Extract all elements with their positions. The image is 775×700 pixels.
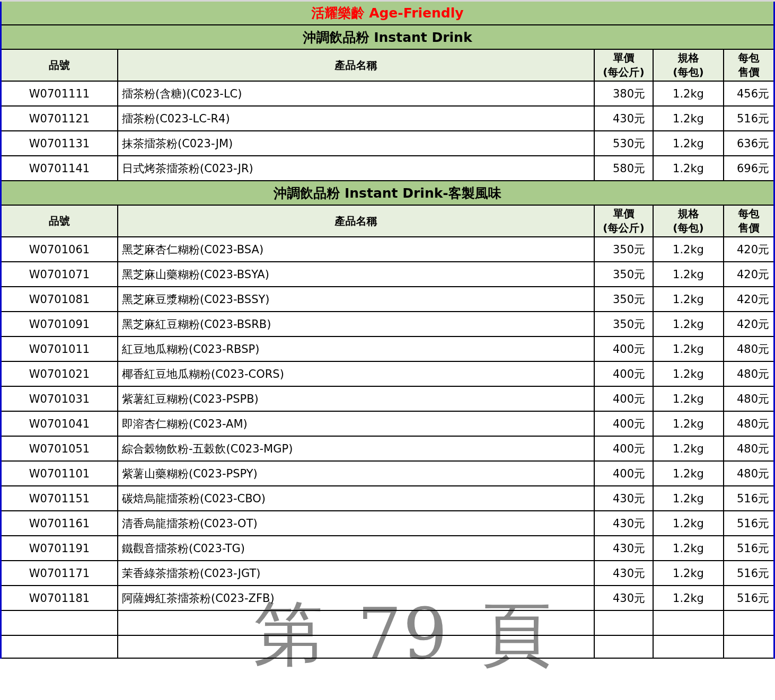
table-row: W0701101 紫薯山藥糊粉(C023-PSPY) 400元 1.2kg 48… — [2, 461, 773, 486]
spec-cell: 1.2kg — [653, 156, 724, 181]
table-row: W0701161 清香烏龍擂茶粉(C023-OT) 430元 1.2kg 516… — [2, 511, 773, 536]
spec-cell: 1.2kg — [653, 561, 724, 586]
product-name-cell: 茉香綠茶擂茶粉(C023-JGT) — [118, 561, 594, 586]
empty-rows — [2, 610, 773, 658]
pack-price-cell: 420元 — [724, 287, 773, 312]
product-name-cell: 黑芝麻紅豆糊粉(C023-BSRB) — [118, 312, 594, 336]
unit-price-cell — [594, 635, 653, 658]
product-name-cell — [118, 635, 594, 658]
spec-cell: 1.2kg — [653, 336, 724, 361]
item-no-header: 品號 — [2, 49, 118, 81]
item-no-cell: W0701181 — [2, 586, 118, 610]
spec-cell: 1.2kg — [653, 536, 724, 561]
product-name-cell: 紫薯紅豆糊粉(C023-PSPB) — [118, 386, 594, 411]
table-row: W0701031 紫薯紅豆糊粉(C023-PSPB) 400元 1.2kg 48… — [2, 386, 773, 411]
table-row: W0701131 抹茶擂茶粉(C023-JM) 530元 1.2kg 636元 — [2, 131, 773, 156]
pack-price-header-line1: 每包 — [724, 51, 773, 65]
pack-price-cell: 480元 — [724, 411, 773, 436]
pack-price-header: 每包 售價 — [724, 49, 773, 81]
unit-price-cell: 430元 — [594, 486, 653, 511]
spec-header: 規格 (每包) — [653, 49, 724, 81]
item-no-cell: W0701141 — [2, 156, 118, 181]
unit-price-cell — [594, 610, 653, 635]
column-header-row-2: 品號 產品名稱 單價 (每公斤) 規格 (每包) 每包 售價 — [2, 205, 773, 237]
unit-price-header: 單價 (每公斤) — [594, 205, 653, 237]
product-name-header: 產品名稱 — [118, 205, 594, 237]
unit-price-cell: 350元 — [594, 237, 653, 262]
table-row: W0701011 紅豆地瓜糊粉(C023-RBSP) 400元 1.2kg 48… — [2, 336, 773, 361]
item-no-cell: W0701111 — [2, 81, 118, 106]
unit-price-cell: 400元 — [594, 361, 653, 386]
spec-cell: 1.2kg — [653, 237, 724, 262]
product-name-cell: 擂茶粉(含糖)(C023-LC) — [118, 81, 594, 106]
section2-header-block: 沖調飲品粉 Instant Drink-客製風味 品號 產品名稱 單價 (每公斤… — [2, 181, 773, 237]
pack-price-cell: 456元 — [724, 81, 773, 106]
item-no-cell: W0701091 — [2, 312, 118, 336]
pack-price-cell: 516元 — [724, 486, 773, 511]
spec-cell: 1.2kg — [653, 586, 724, 610]
pack-price-cell: 480元 — [724, 386, 773, 411]
pack-price-header-line2: 售價 — [724, 65, 773, 79]
page-title: 活耀樂齡 Age-Friendly — [2, 2, 773, 25]
pack-price-cell: 480元 — [724, 461, 773, 486]
unit-price-cell: 400元 — [594, 336, 653, 361]
table-row: W0701191 鐵觀音擂茶粉(C023-TG) 430元 1.2kg 516元 — [2, 536, 773, 561]
spec-header: 規格 (每包) — [653, 205, 724, 237]
item-no-cell: W0701191 — [2, 536, 118, 561]
spec-cell: 1.2kg — [653, 436, 724, 461]
table-row: W0701061 黑芝麻杏仁糊粉(C023-BSA) 350元 1.2kg 42… — [2, 237, 773, 262]
product-name-cell: 鐵觀音擂茶粉(C023-TG) — [118, 536, 594, 561]
section-title-1: 沖調飲品粉 Instant Drink — [2, 25, 773, 49]
unit-price-cell: 350元 — [594, 262, 653, 287]
table-row: W0701111 擂茶粉(含糖)(C023-LC) 380元 1.2kg 456… — [2, 81, 773, 106]
product-name-cell — [118, 610, 594, 635]
pack-price-cell — [724, 635, 773, 658]
unit-price-cell: 580元 — [594, 156, 653, 181]
product-name-cell: 黑芝麻杏仁糊粉(C023-BSA) — [118, 237, 594, 262]
pack-price-cell: 516元 — [724, 106, 773, 131]
spec-cell: 1.2kg — [653, 312, 724, 336]
spec-cell: 1.2kg — [653, 106, 724, 131]
pack-price-cell: 696元 — [724, 156, 773, 181]
item-no-cell: W0701161 — [2, 511, 118, 536]
section-title-row-2: 沖調飲品粉 Instant Drink-客製風味 — [2, 181, 773, 205]
item-no-cell: W0701081 — [2, 287, 118, 312]
unit-price-cell: 430元 — [594, 106, 653, 131]
table-row: W0701181 阿薩姆紅茶擂茶粉(C023-ZFB) 430元 1.2kg 5… — [2, 586, 773, 610]
table-frame: 活耀樂齡 Age-Friendly 沖調飲品粉 Instant Drink 品號… — [0, 2, 775, 659]
table-row: W0701121 擂茶粉(C023-LC-R4) 430元 1.2kg 516元 — [2, 106, 773, 131]
pack-price-cell: 480元 — [724, 361, 773, 386]
table-row: W0701051 綜合穀物飲粉-五穀飲(C023-MGP) 400元 1.2kg… — [2, 436, 773, 461]
pack-price-cell — [724, 610, 773, 635]
unit-price-cell: 430元 — [594, 536, 653, 561]
spec-cell — [653, 635, 724, 658]
price-list-page: 活耀樂齡 Age-Friendly 沖調飲品粉 Instant Drink 品號… — [0, 0, 775, 700]
empty-row — [2, 610, 773, 635]
spec-cell: 1.2kg — [653, 461, 724, 486]
product-name-header: 產品名稱 — [118, 49, 594, 81]
unit-price-cell: 380元 — [594, 81, 653, 106]
unit-price-cell: 400元 — [594, 411, 653, 436]
pack-price-header-line1: 每包 — [724, 207, 773, 221]
item-no-cell: W0701061 — [2, 237, 118, 262]
product-name-cell: 黑芝麻豆漿糊粉(C023-BSSY) — [118, 287, 594, 312]
product-name-cell: 綜合穀物飲粉-五穀飲(C023-MGP) — [118, 436, 594, 461]
pack-price-cell: 420元 — [724, 262, 773, 287]
pack-price-cell: 480元 — [724, 336, 773, 361]
item-no-cell: W0701041 — [2, 411, 118, 436]
spec-header-line2: (每包) — [654, 221, 723, 235]
spec-cell: 1.2kg — [653, 361, 724, 386]
spec-header-line1: 規格 — [654, 51, 723, 65]
product-name-cell: 碳焙烏龍擂茶粉(C023-CBO) — [118, 486, 594, 511]
unit-price-cell: 400元 — [594, 436, 653, 461]
unit-price-cell: 430元 — [594, 511, 653, 536]
unit-price-cell: 430元 — [594, 586, 653, 610]
unit-price-cell: 530元 — [594, 131, 653, 156]
section1-rows: W0701111 擂茶粉(含糖)(C023-LC) 380元 1.2kg 456… — [2, 81, 773, 181]
item-no-header: 品號 — [2, 205, 118, 237]
section-title-2: 沖調飲品粉 Instant Drink-客製風味 — [2, 181, 773, 205]
spec-cell: 1.2kg — [653, 386, 724, 411]
item-no-cell: W0701131 — [2, 131, 118, 156]
table-row: W0701091 黑芝麻紅豆糊粉(C023-BSRB) 350元 1.2kg 4… — [2, 312, 773, 336]
price-table: 活耀樂齡 Age-Friendly 沖調飲品粉 Instant Drink 品號… — [2, 2, 773, 659]
